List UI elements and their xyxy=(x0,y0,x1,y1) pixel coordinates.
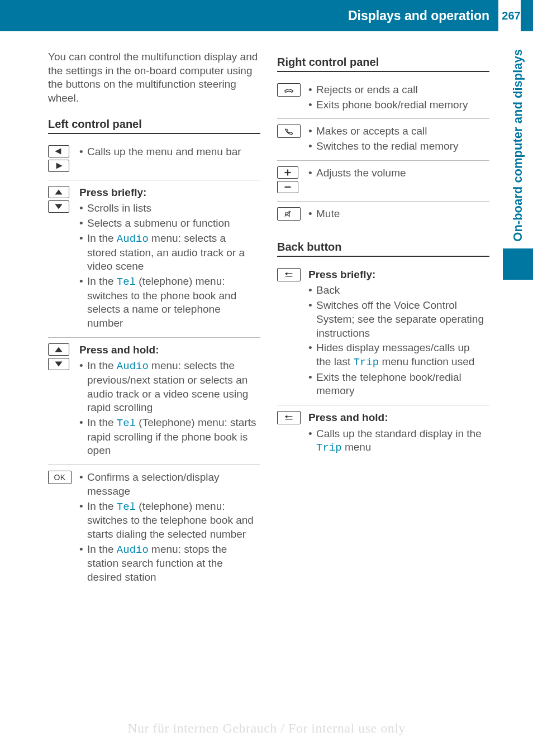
table-row: Press briefly: Back Switches off the Voi… xyxy=(277,262,489,405)
list-item: Exits the telephone book/redial memory xyxy=(308,371,486,398)
accept-call-icon xyxy=(277,125,301,138)
left-panel-heading: Left control panel xyxy=(48,118,260,134)
side-tab-text: On-board computer and displays xyxy=(511,49,525,242)
back-button-heading: Back button xyxy=(277,241,489,257)
end-call-icon xyxy=(277,83,301,97)
list-item: Calls up the standard display in the Tri… xyxy=(308,427,486,455)
right-panel-heading: Right control panel xyxy=(277,56,489,72)
list-item: Makes or accepts a call xyxy=(308,125,486,138)
list-item: Back xyxy=(308,284,486,298)
list-item: Calls up the menu and menu bar xyxy=(79,145,257,159)
menu-ref-audio: Audio xyxy=(117,544,149,556)
menu-ref-tel: Tel xyxy=(117,417,136,429)
menu-ref-audio: Audio xyxy=(117,360,149,372)
list-item: In the Audio menu: stops the station sea… xyxy=(79,543,257,585)
row-description: Press and hold: Calls up the standard di… xyxy=(308,405,489,462)
list-item: In the Tel (telephone) menu: switches to… xyxy=(79,500,257,542)
up-arrow-icon xyxy=(48,186,69,198)
button-icons xyxy=(48,180,79,337)
menu-ref-tel: Tel xyxy=(117,501,136,513)
left-column: You can control the multifunction displa… xyxy=(48,50,260,591)
svg-marker-3 xyxy=(55,204,62,209)
left-arrow-icon xyxy=(48,145,69,157)
table-row: Calls up the menu and menu bar xyxy=(48,140,260,180)
svg-marker-4 xyxy=(55,347,62,352)
row-description: Press briefly: Scrolls in lists Selects … xyxy=(79,180,260,337)
svg-marker-5 xyxy=(55,361,62,366)
row-description: Mute xyxy=(308,201,489,228)
table-row: Adjusts the volume xyxy=(277,160,489,201)
list-item: In the Tel (Telephone) menu: starts rapi… xyxy=(79,416,257,458)
list-item: Switches off the Voice Control System; s… xyxy=(308,299,486,340)
row-description: Adjusts the volume xyxy=(308,160,489,201)
left-panel-table: Calls up the menu and menu bar Press bri… xyxy=(48,140,260,591)
table-row: Makes or accepts a call Switches to the … xyxy=(277,119,489,160)
list-item: Confirms a selection/display message xyxy=(79,471,257,498)
button-icons xyxy=(277,405,308,462)
side-tab-marker xyxy=(503,248,533,280)
row-title: Press briefly: xyxy=(79,186,257,200)
row-description: Calls up the menu and menu bar xyxy=(79,140,260,180)
volume-plus-icon xyxy=(277,166,298,179)
list-item: Selects a submenu or function xyxy=(79,217,257,231)
back-button-table: Press briefly: Back Switches off the Voi… xyxy=(277,262,489,462)
svg-marker-0 xyxy=(55,148,61,154)
list-item: Adjusts the volume xyxy=(308,166,486,180)
button-icons xyxy=(277,78,308,119)
table-row: Rejects or ends a call Exits phone book/… xyxy=(277,78,489,119)
down-arrow-icon xyxy=(48,200,69,213)
intro-text: You can control the multifunction displa… xyxy=(48,50,260,106)
button-icons xyxy=(277,119,308,160)
page-header-title: Displays and operation xyxy=(348,8,489,23)
row-description: Rejects or ends a call Exits phone book/… xyxy=(308,78,489,119)
watermark-text: Nur für internen Gebrauch / For internal… xyxy=(0,721,533,736)
button-icons xyxy=(277,201,308,228)
menu-ref-trip: Trip xyxy=(316,442,342,454)
row-description: Press briefly: Back Switches off the Voi… xyxy=(308,262,489,405)
back-button-icon xyxy=(277,411,301,424)
page-header: Displays and operation 267 xyxy=(0,0,533,31)
down-arrow-icon xyxy=(48,358,69,370)
list-item: Rejects or ends a call xyxy=(308,83,486,97)
table-row: Press briefly: Scrolls in lists Selects … xyxy=(48,180,260,337)
row-title: Press and hold: xyxy=(308,411,486,425)
list-item: Mute xyxy=(308,207,486,221)
table-row: Mute xyxy=(277,201,489,228)
side-tab: On-board computer and displays xyxy=(503,49,533,312)
list-item: In the Tel (telephone) menu: switches to… xyxy=(79,275,257,331)
list-item: Hides display messages/calls up the last… xyxy=(308,341,486,369)
row-description: Confirms a selection/display message In … xyxy=(79,465,260,591)
page-content: You can control the multifunction displa… xyxy=(48,50,489,591)
svg-marker-15 xyxy=(285,415,288,418)
right-column: Right control panel Rejects or ends a ca… xyxy=(277,50,489,591)
page-number: 267 xyxy=(498,0,521,31)
right-panel-table: Rejects or ends a call Exits phone book/… xyxy=(277,78,489,228)
button-icons xyxy=(48,337,79,465)
button-icons: OK xyxy=(48,465,79,591)
svg-marker-2 xyxy=(55,189,62,194)
up-arrow-icon xyxy=(48,343,69,356)
list-item: In the Audio menu: selects the previous/… xyxy=(79,359,257,415)
table-row: OK Confirms a selection/display message … xyxy=(48,465,260,591)
table-row: Press and hold: In the Audio menu: selec… xyxy=(48,337,260,465)
back-button-icon xyxy=(277,268,301,281)
button-icons xyxy=(277,262,308,405)
list-item: Switches to the redial memory xyxy=(308,140,486,154)
list-item: Scrolls in lists xyxy=(79,202,257,216)
button-icons xyxy=(48,140,79,180)
row-title: Press and hold: xyxy=(79,343,257,357)
mute-icon xyxy=(277,207,301,221)
list-item: Exits phone book/redial memory xyxy=(308,98,486,112)
menu-ref-tel: Tel xyxy=(117,276,136,288)
menu-ref-trip: Trip xyxy=(354,356,379,369)
row-description: Press and hold: In the Audio menu: selec… xyxy=(79,337,260,465)
volume-minus-icon xyxy=(277,181,298,193)
right-arrow-icon xyxy=(48,160,69,172)
table-row: Press and hold: Calls up the standard di… xyxy=(277,405,489,462)
menu-ref-audio: Audio xyxy=(117,233,149,245)
svg-marker-1 xyxy=(56,162,63,169)
ok-button-icon: OK xyxy=(48,471,72,484)
button-icons xyxy=(277,160,308,201)
row-title: Press briefly: xyxy=(308,268,486,282)
svg-marker-12 xyxy=(285,272,288,275)
